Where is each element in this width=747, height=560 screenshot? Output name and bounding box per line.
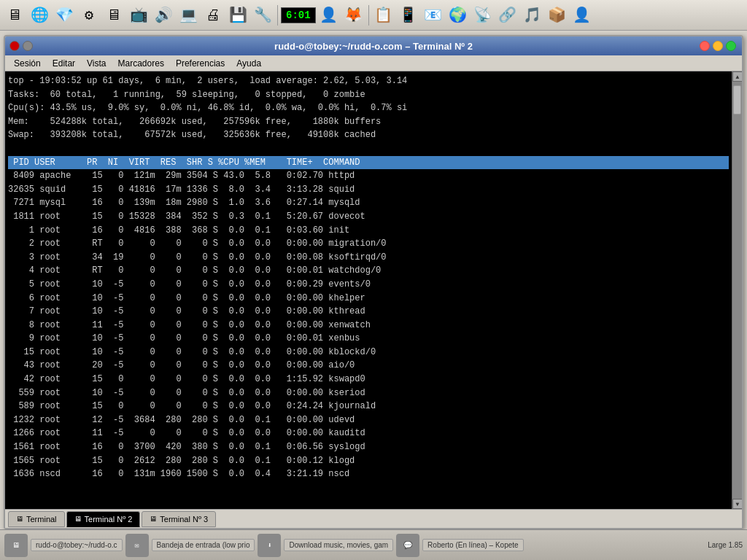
terminal-content[interactable]: top - 19:03:52 up 61 days, 6 min, 2 user… <box>5 71 742 509</box>
bottom-status-mail[interactable]: Bandeja de entrada (low prio <box>152 539 255 551</box>
taskbar-icon-files[interactable]: 🖥 <box>3 4 26 27</box>
menu-preferences[interactable]: Preferencias <box>170 57 231 70</box>
top-taskbar: 🖥 🌐 💎 ⚙ 🖥 📺 🔊 💻 🖨 💾 🔧 6:01 👤 🦊 📋 📱 📧 🌍 📡… <box>0 0 747 31</box>
taskbar-icon-web[interactable]: 🌐 <box>28 4 51 27</box>
scroll-up-button[interactable]: ▲ <box>732 71 742 82</box>
menu-help[interactable]: Ayuda <box>231 57 267 70</box>
minimize-button[interactable] <box>23 41 33 51</box>
bottom-bar: 🖥 rudd-o@tobey:~/rudd-o.c ✉ Bandeja de e… <box>0 529 747 560</box>
taskbar-icon-save[interactable]: 💾 <box>226 4 249 27</box>
taskbar-icon-misc1[interactable]: 📋 <box>372 4 395 27</box>
traffic-lights <box>700 41 736 51</box>
taskbar-clock: 6:01 <box>281 7 316 23</box>
scrollbar[interactable]: ▲ ▼ <box>732 71 742 509</box>
taskbar-icon-firefox[interactable]: 🦊 <box>342 4 365 27</box>
taskbar-icon-misc6[interactable]: 🔗 <box>496 4 519 27</box>
tab-icon-2: 🖥 <box>74 515 82 523</box>
bottom-terminal-icon[interactable]: 🖥 <box>4 534 28 557</box>
bottom-status-terminal[interactable]: rudd-o@tobey:~/rudd-o.c <box>31 539 123 551</box>
taskbar-icon-misc4[interactable]: 🌍 <box>446 4 470 27</box>
tab-terminal-2[interactable]: 🖥 Terminal Nº 2 <box>66 511 141 527</box>
tab-label-1: Terminal <box>26 515 57 524</box>
traffic-yellow[interactable] <box>713 41 723 51</box>
taskbar-icon-misc9[interactable]: 👤 <box>570 4 594 27</box>
scroll-thumb[interactable] <box>733 85 741 114</box>
tab-icon-3: 🖥 <box>150 515 157 523</box>
taskbar-icon-printer[interactable]: 🖨 <box>201 4 225 27</box>
terminal-window: rudd-o@tobey:~/rudd-o.com – Terminal Nº … <box>4 35 743 529</box>
taskbar-separator-2 <box>368 5 369 26</box>
bottom-mail-icon[interactable]: ✉ <box>125 534 149 557</box>
taskbar-icon-cmd[interactable]: 💻 <box>177 4 200 27</box>
tab-terminal-1[interactable]: 🖥 Terminal <box>8 511 65 527</box>
window-title: rudd-o@tobey:~/rudd-o.com – Terminal Nº … <box>274 41 473 52</box>
taskbar-separator-1 <box>277 5 278 26</box>
menu-edit[interactable]: Editar <box>47 57 81 70</box>
taskbar-icon-misc7[interactable]: 🎵 <box>521 4 544 27</box>
menu-bookmarks[interactable]: Marcadores <box>112 57 170 70</box>
scroll-indicator: Large 1.85 <box>708 541 743 549</box>
tab-terminal-3[interactable]: 🖥 Terminal Nº 3 <box>142 511 216 527</box>
traffic-green[interactable] <box>726 41 736 51</box>
taskbar-icon-view[interactable]: 📺 <box>127 4 150 27</box>
tab-label-3: Terminal Nº 3 <box>160 515 208 524</box>
menu-view[interactable]: Vista <box>81 57 112 70</box>
title-bar: rudd-o@tobey:~/rudd-o.com – Terminal Nº … <box>5 36 742 55</box>
scroll-track[interactable] <box>732 82 742 499</box>
taskbar-icon-misc5[interactable]: 📡 <box>471 4 495 27</box>
taskbar-icon-user[interactable]: 👤 <box>317 4 341 27</box>
title-bar-controls <box>9 41 33 51</box>
bottom-status-chat[interactable]: Roberto (En línea) – Kopete <box>422 539 524 551</box>
taskbar-icon-misc3[interactable]: 📧 <box>422 4 445 27</box>
bottom-status-download[interactable]: Download music, movies, gam <box>284 539 393 551</box>
menu-session[interactable]: Sesión <box>8 57 47 70</box>
taskbar-icon-misc2[interactable]: 📱 <box>397 4 420 27</box>
taskbar-icon-tool[interactable]: 🔧 <box>251 4 274 27</box>
tab-icon-1: 🖥 <box>16 515 23 523</box>
bottom-chat-icon[interactable]: 💬 <box>396 534 419 557</box>
taskbar-icon-settings[interactable]: ⚙ <box>77 4 101 27</box>
tab-label-2: Terminal Nº 2 <box>85 515 133 524</box>
taskbar-icon-terminal[interactable]: 🖥 <box>102 4 125 27</box>
bottom-download-icon[interactable]: ⬇ <box>258 534 281 557</box>
menu-bar: Sesión Editar Vista Marcadores Preferenc… <box>5 55 742 71</box>
taskbar-icon-misc8[interactable]: 📦 <box>546 4 569 27</box>
scroll-down-button[interactable]: ▼ <box>732 499 742 509</box>
taskbar-icon-audio[interactable]: 🔊 <box>152 4 175 27</box>
taskbar-icon-app[interactable]: 💎 <box>53 4 76 27</box>
tab-bar: 🖥 Terminal 🖥 Terminal Nº 2 🖥 Terminal Nº… <box>5 509 742 528</box>
close-button[interactable] <box>9 41 20 51</box>
terminal-output: top - 19:03:52 up 61 days, 6 min, 2 user… <box>8 74 729 481</box>
traffic-red[interactable] <box>700 41 710 51</box>
